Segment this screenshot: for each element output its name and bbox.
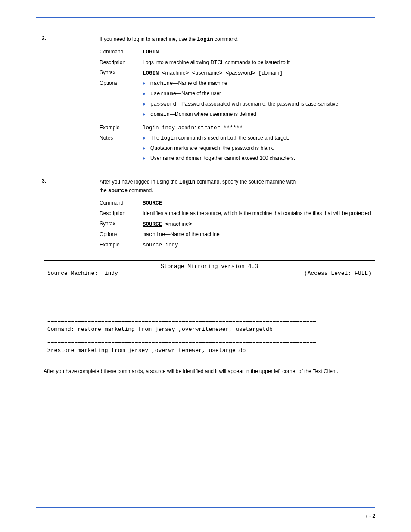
page-number: 7 - 2 xyxy=(365,513,375,519)
syn-sep2: > < xyxy=(219,70,229,76)
text: command is used on both the source and t… xyxy=(177,135,290,141)
acc-label: (Access Level: xyxy=(304,270,355,277)
login-notes-row: Notes The login command is used on both … xyxy=(100,134,375,165)
label-desc: Description xyxy=(100,210,143,217)
step-3-body: After you have logged in using the login… xyxy=(100,178,375,376)
note-3: Username and domain together cannot exce… xyxy=(143,155,375,162)
label-command: Command xyxy=(100,48,143,56)
opt-name: machine xyxy=(143,232,165,238)
syn-username: username xyxy=(195,70,219,76)
step-3: 3. After you have logged in using the lo… xyxy=(100,178,375,376)
step-2: 2. If you need to log in to a machine, u… xyxy=(100,35,375,174)
login-syntax-row: Syntax LOGIN <machine> <username> <passw… xyxy=(100,69,375,77)
source-syntax-row: Syntax SOURCE <machine> xyxy=(100,220,375,228)
cmd: login xyxy=(161,135,177,141)
src-label: Source Machine: xyxy=(47,270,105,277)
opt-name: password xyxy=(150,101,176,107)
value-syntax: LOGIN <machine> <username> <password> [d… xyxy=(143,69,375,77)
note-2: Quotation marks are required if the pass… xyxy=(143,145,375,152)
cmd-label: Command: xyxy=(47,326,78,333)
text: Username and domain together cannot exce… xyxy=(150,155,295,161)
value-desc: Logs into a machine allowing DTCL comman… xyxy=(143,59,375,66)
opt-text: —Domain where username is defined xyxy=(170,111,256,117)
cmd-value: restore marketing from jersey ,overwrite… xyxy=(78,326,272,333)
syn-close: ] xyxy=(279,70,283,76)
opt-password: password—Password associated with userna… xyxy=(143,100,375,108)
login-command-row: Command LOGIN xyxy=(100,48,375,56)
after-text: After you have completed these commands,… xyxy=(44,367,375,375)
acc-value: FULL xyxy=(355,270,368,277)
syn-password: password xyxy=(229,70,252,76)
opt-username: username—Name of the user xyxy=(143,90,375,98)
prompt-cmd: restore marketing from jersey ,overwrite… xyxy=(51,347,246,354)
content-area: 2. If you need to log in to a machine, u… xyxy=(100,35,375,375)
value-example: source indy xyxy=(143,241,375,249)
value-command: SOURCE xyxy=(143,199,375,207)
opt-text: —Password associated with username; the … xyxy=(176,101,338,107)
opt-machine: machine—Name of the machine xyxy=(143,80,375,87)
text: the xyxy=(100,187,108,193)
text: After you have logged in using the xyxy=(100,179,179,185)
label-example: Example xyxy=(100,124,143,131)
label-example: Example xyxy=(100,241,143,249)
source-desc-row: Description Identifies a machine as the … xyxy=(100,210,375,217)
syn-machine: machine xyxy=(168,221,189,227)
prompt: > xyxy=(47,347,51,354)
syn-domain: domain xyxy=(262,70,279,76)
step-marker-2: 2. xyxy=(42,35,51,41)
login-options-list: machine—Name of the machine username—Nam… xyxy=(143,80,375,119)
label-options: Options xyxy=(100,80,143,87)
source-block: Command SOURCE Description Identifies a … xyxy=(100,199,375,249)
syn-gt: > xyxy=(189,221,192,227)
opt-name: machine xyxy=(150,81,173,87)
source-cmd-inline: source xyxy=(108,188,128,194)
opt-name: domain xyxy=(150,112,170,118)
login-cmd-inline: login xyxy=(197,37,213,43)
login-block: Command LOGIN Description Logs into a ma… xyxy=(100,48,375,165)
login-example-row: Example login indy administrator ****** xyxy=(100,124,375,132)
text: command, specify the source machine with xyxy=(195,179,296,185)
text: Quotation marks are required if the pass… xyxy=(150,145,274,151)
syn-sep1: > < xyxy=(186,70,196,76)
step-2-body: If you need to log in to a machine, use … xyxy=(100,35,375,174)
sep2: ========================================… xyxy=(47,340,316,347)
acc-close: ) xyxy=(368,270,371,277)
terminal-title: Storage Mirroring version 4.3 xyxy=(47,263,371,270)
page: 2. If you need to log in to a machine, u… xyxy=(0,0,411,532)
source-example-row: Example source indy xyxy=(100,241,375,249)
text: command. xyxy=(128,187,153,193)
syn-lt: < xyxy=(162,221,168,227)
source-options-row: Options machine—Name of the machine xyxy=(100,231,375,239)
value-command: LOGIN xyxy=(143,48,375,56)
value-example: login indy administrator ****** xyxy=(143,124,375,132)
label-options: Options xyxy=(100,231,143,238)
text: command. xyxy=(213,36,239,42)
label-syntax: Syntax xyxy=(100,220,143,227)
top-rule xyxy=(36,17,375,18)
opt-domain: domain—Domain where username is defined xyxy=(143,111,375,118)
step-marker-3: 3. xyxy=(42,178,51,184)
source-command-row: Command SOURCE xyxy=(100,199,375,207)
login-options-row: Options machine—Name of the machine user… xyxy=(100,80,375,121)
opt-text: —Name of the machine xyxy=(173,80,227,86)
label-command: Command xyxy=(100,199,143,207)
login-notes-list: The login command is used on both the so… xyxy=(143,134,375,162)
value-desc: Identifies a machine as the source, whic… xyxy=(143,210,375,217)
value-notes: The login command is used on both the so… xyxy=(143,134,375,165)
text: If you need to log in to a machine, use … xyxy=(100,36,197,42)
login-desc-row: Description Logs into a machine allowing… xyxy=(100,59,375,66)
label-desc: Description xyxy=(100,59,143,66)
src-value: indy xyxy=(105,270,118,277)
label-syntax: Syntax xyxy=(100,69,143,76)
step-3-intro: After you have logged in using the login… xyxy=(100,178,375,196)
bottom-rule xyxy=(36,507,375,508)
value-options: machine—Name of the machine xyxy=(143,231,375,239)
value-options: machine—Name of the machine username—Nam… xyxy=(143,80,375,121)
text: The xyxy=(150,135,161,141)
opt-text: —Name of the machine xyxy=(165,231,220,237)
step-2-intro: If you need to log in to a machine, use … xyxy=(100,35,375,44)
terminal-line2: Source Machine: indy(Access Level: FULL) xyxy=(47,270,371,277)
login-cmd-inline: login xyxy=(179,179,196,185)
sep1: ========================================… xyxy=(47,319,316,326)
value-syntax: SOURCE <machine> xyxy=(143,220,375,228)
